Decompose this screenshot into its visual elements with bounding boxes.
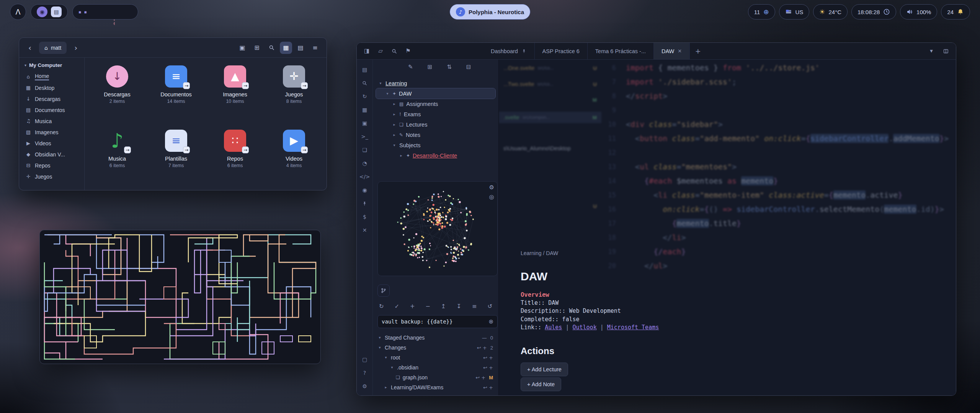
git-row-graph-json[interactable]: ❏graph.json↩ +M [373, 372, 498, 382]
canvas-icon[interactable]: ▦ [360, 105, 370, 114]
explorer-item-subjects[interactable]: ▾Subjects [376, 140, 495, 150]
book-icon[interactable]: ❏ [360, 145, 370, 154]
folder-videos[interactable]: ▶→Videos4 items [265, 127, 323, 190]
chevron-icon[interactable]: ▾ [377, 336, 382, 340]
launcher-button[interactable]: Λ [10, 4, 26, 20]
sync-icon[interactable]: ↺ [487, 304, 492, 309]
git-row-action-icons[interactable]: ↩ + [483, 365, 493, 370]
weather-module[interactable]: ☀ 24°C [813, 4, 848, 20]
history-icon[interactable]: ◔ [360, 159, 370, 168]
updates-module[interactable]: 11 ⊕ [748, 4, 775, 20]
workspace-icon-2[interactable]: ▤ [51, 7, 62, 17]
unstage-all-icon[interactable]: − [425, 304, 430, 309]
collapse-all-icon[interactable]: ⊟ [466, 64, 471, 70]
music-player-module[interactable]: ♪ Polyphia - Neurotica [450, 4, 530, 20]
git-row-changes[interactable]: ▾Changes↩ +2 [373, 343, 498, 353]
workspaces-module[interactable]: ◉ ▤ [31, 4, 68, 20]
system-tray[interactable]: ▪ ▪ [72, 4, 138, 20]
settings-icon[interactable]: ⚙ [360, 382, 370, 391]
code-icon[interactable]: </> [360, 172, 370, 181]
graph-view-card[interactable]: ⚙◎ [377, 181, 498, 276]
keyboard-layout-module[interactable]: US [779, 4, 810, 20]
breadcrumb[interactable]: ⌂ matt [39, 42, 67, 54]
split-icon[interactable] [940, 45, 952, 57]
folder-plantillas[interactable]: ≡→Plantillas7 items [147, 127, 206, 190]
new-folder-icon[interactable]: ⊞ [251, 42, 263, 54]
chevron-icon[interactable]: ▸ [392, 112, 397, 116]
new-tab-button[interactable]: + [691, 48, 704, 55]
search-icon[interactable] [360, 78, 370, 88]
git-row-obsidian[interactable]: ▾.obsidian↩ + [373, 363, 498, 372]
chevron-icon[interactable]: ▾ [377, 346, 382, 350]
grid-view-icon[interactable]: ▦ [280, 42, 292, 54]
explorer-item-lectures[interactable]: ▸❏Lectures [376, 119, 495, 130]
change-list-icon[interactable]: ≡ [472, 304, 477, 309]
chevron-icon[interactable]: ▾ [392, 143, 397, 147]
new-note-icon[interactable]: ✎ [408, 64, 413, 70]
daily-note-icon[interactable]: ▣ [360, 119, 370, 128]
sidebar-item-home[interactable]: ⌂Home [22, 71, 81, 82]
explorer-item-exams[interactable]: ▸!Exams [376, 109, 495, 119]
sidebar-item-videos[interactable]: ▶Videos [22, 138, 81, 149]
sidebar-item-musica[interactable]: ♫Musica [22, 115, 81, 127]
folder-descargas[interactable]: ↓Descargas2 items [88, 62, 147, 127]
search-icon[interactable] [265, 42, 278, 54]
sidebar-toggle-icon[interactable]: ◨ [361, 45, 373, 57]
push-icon[interactable]: ↥ [441, 304, 446, 309]
explorer-item-desarrollo-cliente[interactable]: ▸✦Desarrollo-Cliente [376, 150, 495, 161]
search-icon[interactable] [388, 45, 400, 57]
sidebar-item-imagenes[interactable]: ▧Imagenes [22, 127, 81, 138]
git-row-action-icons[interactable]: — [482, 335, 487, 340]
git-row-action-icons[interactable]: ↩ + [477, 345, 487, 350]
stage-all-icon[interactable]: + [410, 304, 415, 309]
refresh-icon[interactable]: ↻ [379, 304, 384, 309]
screenshot-icon[interactable]: ▣ [236, 42, 248, 54]
note-link-aules[interactable]: Aules [545, 324, 562, 331]
scissors-icon[interactable]: ✕ [360, 226, 370, 235]
chevron-icon[interactable]: ▸ [392, 133, 397, 137]
chevron-icon[interactable]: ▸ [392, 123, 397, 127]
chevron-icon[interactable]: ▸ [384, 385, 388, 389]
stack-icon[interactable]: ▱ [374, 45, 387, 57]
vault-icon[interactable]: ▢ [360, 355, 370, 364]
git-row-staged-changes[interactable]: ▾Staged Changes—0 [373, 333, 498, 343]
folder-musica[interactable]: ♪→Musica6 items [88, 127, 147, 190]
chevron-icon[interactable]: ▾ [378, 81, 383, 85]
explorer-item-assignments[interactable]: ▸▤Assignments [376, 99, 495, 109]
git-row-action-icons[interactable]: ↩ + [475, 375, 485, 380]
action-button-add-lecture[interactable]: + Add Lecture [521, 363, 568, 376]
tray-icon-1[interactable]: ▪ [78, 10, 81, 14]
volume-module[interactable]: 100% [900, 4, 937, 20]
tray-icon-2[interactable]: ▪ [84, 10, 87, 14]
tab-tema-6-pr-cticas[interactable]: Tema 6 Prácticas -... [588, 43, 654, 59]
chevron-icon[interactable]: ▾ [385, 92, 390, 96]
action-button-add-note[interactable]: + Add Note [521, 377, 561, 391]
commit-message-input[interactable] [382, 319, 485, 325]
graph-settings-icon[interactable]: ⚙ [489, 185, 494, 190]
sidebar-item-juegos[interactable]: ✛Juegos [22, 171, 81, 182]
new-folder-icon[interactable]: ⊞ [428, 64, 433, 70]
notifications-module[interactable]: 24 [941, 4, 970, 20]
note-link-microsoft-teams[interactable]: Microsoft Teams [607, 324, 659, 331]
back-button[interactable]: ‹ [24, 42, 35, 53]
folder-imagenes[interactable]: ▲→Imagenes10 items [206, 62, 265, 127]
sort-order-icon[interactable]: ⇅ [447, 64, 452, 70]
chevron-icon[interactable]: ▾ [390, 366, 394, 369]
note-editor[interactable]: Learning / DAW DAW Overview Title:: DAWD… [499, 60, 956, 395]
tab-list-icon[interactable]: ▾ [925, 45, 938, 57]
git-row-action-icons[interactable]: ↩ + [483, 355, 493, 360]
commit-icon[interactable]: ✓ [394, 304, 399, 309]
folder-repos[interactable]: ∷→Repos6 items [206, 127, 265, 190]
donate-icon[interactable]: $ [360, 212, 370, 221]
forward-button[interactable]: › [70, 42, 81, 53]
note-breadcrumb[interactable]: Learning / DAW [521, 250, 558, 256]
explorer-item-notes[interactable]: ▸✎Notes [376, 130, 495, 140]
chevron-icon[interactable]: ▾ [384, 356, 388, 359]
git-branch-badge[interactable] [377, 285, 390, 297]
vault-switcher-icon[interactable]: ▤ [360, 65, 370, 74]
git-row-learning-daw-exams[interactable]: ▸Learning/DAW/Exams↩ + [373, 382, 498, 392]
pull-icon[interactable]: ↧ [456, 304, 461, 309]
sidebar-item-descargas[interactable]: ↓Descargas [22, 93, 81, 104]
tab-dashboard[interactable]: Dashboard [483, 43, 535, 59]
chevron-icon[interactable]: ▸ [392, 102, 397, 106]
